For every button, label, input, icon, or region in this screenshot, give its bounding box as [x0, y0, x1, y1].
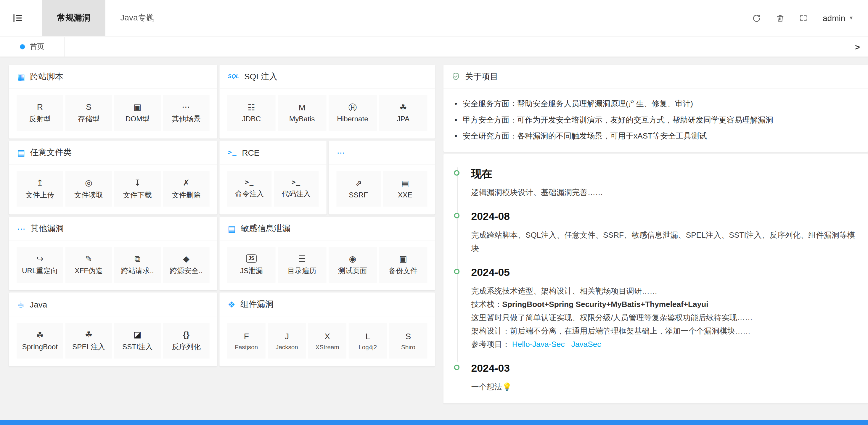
tile-label: 备份文件	[389, 266, 417, 276]
column-left: ▦ 跨站脚本 R 反射型 S 存储型 ▣ DOM型	[9, 65, 217, 368]
tile-directory-traversal[interactable]: ☰ 目录遍历	[278, 247, 326, 283]
refresh-button[interactable]	[752, 13, 761, 23]
tile-jdbc[interactable]: ☷ JDBC	[227, 95, 276, 131]
card-title: SQL注入	[244, 71, 277, 82]
timeline-dot-icon	[454, 269, 460, 274]
tile-label: 文件下载	[123, 190, 152, 200]
sidebar-toggle-button[interactable]	[0, 0, 34, 36]
tile-shiro[interactable]: S Shiro	[389, 323, 427, 359]
tile-file-delete[interactable]: ✗ 文件删除	[163, 171, 209, 207]
window-grid-icon: ▦	[17, 72, 25, 80]
tile-js-leak[interactable]: JS JS泄漏	[227, 247, 276, 283]
tile-xxe[interactable]: ▤ XXE	[383, 171, 427, 207]
tile-hibernate[interactable]: Ⓗ Hibernate	[328, 95, 377, 131]
pencil-icon: ✎	[85, 254, 92, 262]
about-bullet: 甲方安全方面：可作为开发安全培训演示，友好的交互方式，帮助研发同学更容易理解漏洞	[454, 112, 858, 128]
ssti-dark-icon: ◪	[133, 330, 142, 338]
card-sensitive-head: ▤ 敏感信息泄漏	[219, 217, 435, 240]
tile-label: Hibernate	[337, 115, 368, 123]
file-delete-icon: ✗	[183, 178, 190, 187]
terminal-icon: >_	[291, 179, 301, 186]
timeline-title: 2024-08	[471, 210, 857, 224]
tile-code-injection[interactable]: >_ 代码注入	[274, 171, 318, 207]
tile-backup-file[interactable]: ▣ 备份文件	[379, 247, 427, 283]
tab-home[interactable]: 首页	[0, 37, 65, 57]
card-other-head: ⋯ 其他漏洞	[9, 217, 217, 240]
card-about-head: 关于项目	[443, 65, 868, 89]
tile-label: 反序列化	[172, 341, 200, 352]
card-title: 关于项目	[465, 71, 498, 82]
chevron-right-icon: >	[855, 42, 860, 51]
terminal-icon: >_	[228, 149, 237, 156]
card-sql-body: ☷ JDBC M MyBatis Ⓗ Hibernate ☘ JPA	[219, 89, 435, 139]
navbar-actions: admin ▼	[752, 0, 868, 36]
card-title: RCE	[242, 148, 259, 157]
tile-file-read[interactable]: ◎ 文件读取	[65, 171, 112, 207]
card-other-vulns: ⋯ 其他漏洞 ↪ URL重定向 ✎ XFF伪造 ⧉ 跨站请求..	[9, 217, 217, 290]
tile-fastjson[interactable]: F Fastjson	[227, 323, 266, 359]
tile-reflected-xss[interactable]: R 反射型	[17, 95, 63, 131]
timeline-text: 参考项目： Hello-Java-Sec JavaSec	[471, 337, 857, 351]
letter-f-icon: F	[244, 332, 249, 340]
footer-bar	[0, 420, 868, 425]
tile-label: JPA	[397, 115, 409, 123]
tile-csrf[interactable]: ⧉ 跨站请求..	[114, 247, 161, 283]
tile-test-page[interactable]: ◉ 测试页面	[328, 247, 377, 283]
fullscreen-button[interactable]	[799, 14, 808, 22]
tile-deserialization[interactable]: {} 反序列化	[163, 323, 209, 359]
tile-file-upload[interactable]: ↥ 文件上传	[17, 171, 63, 207]
user-menu[interactable]: admin ▼	[823, 13, 854, 23]
tile-mybatis[interactable]: M MyBatis	[278, 95, 326, 131]
mybatis-bird-icon: M	[299, 103, 305, 111]
tile-label: JS泄漏	[240, 266, 263, 276]
timeline-title: 2024-05	[471, 266, 857, 280]
tile-url-redirect[interactable]: ↪ URL重定向	[17, 247, 63, 283]
tab-scroll-right-button[interactable]: >	[847, 37, 868, 57]
tile-cors[interactable]: ◆ 跨源安全..	[163, 247, 209, 283]
trash-button[interactable]	[776, 13, 784, 23]
js-badge-icon: JS	[246, 254, 257, 262]
tile-other-xss-scenes[interactable]: ⋯ 其他场景	[163, 95, 209, 131]
tile-stored-xss[interactable]: S 存储型	[65, 95, 112, 131]
top-navbar: 常规漏洞 Java专题 admin ▼	[0, 0, 868, 37]
card-rce: >_ RCE >_ 命令注入 >_ 代码注入	[219, 141, 326, 215]
tile-label: Log4j2	[359, 343, 377, 350]
tile-label: 命令注入	[235, 189, 264, 199]
link-hello-java-sec[interactable]: Hello-Java-Sec	[512, 340, 565, 349]
tile-log4j2[interactable]: L Log4j2	[349, 323, 387, 359]
reference-label: 参考项目：	[471, 340, 510, 349]
tile-command-injection[interactable]: >_ 命令注入	[227, 171, 272, 207]
link-javasec[interactable]: JavaSec	[571, 340, 601, 349]
column-right: 关于项目 安全服务方面：帮助安全服务人员理解漏洞原理(产生、修复、审计) 甲方安…	[443, 65, 868, 403]
tile-xff-forgery[interactable]: ✎ XFF伪造	[65, 247, 112, 283]
tile-spel-injection[interactable]: ☘ SPEL注入	[65, 323, 112, 359]
sql-text-icon: SQL	[228, 74, 239, 79]
dom-icon: ▣	[133, 102, 142, 110]
tech-stack-label: 技术栈：	[471, 300, 502, 309]
java-cup-icon: ☕	[17, 300, 25, 308]
card-row-rce-more: >_ RCE >_ 命令注入 >_ 代码注入	[219, 141, 435, 217]
tile-label: SpringBoot	[22, 342, 58, 351]
letter-l-icon: L	[365, 332, 370, 340]
tile-springboot[interactable]: ☘ SpringBoot	[17, 323, 63, 359]
app-window: 常规漏洞 Java专题 admin ▼ 首页 >	[0, 0, 868, 425]
tile-label: Jackson	[276, 343, 298, 350]
globe-icon: ◉	[349, 254, 356, 262]
tab-java-topics[interactable]: Java专题	[105, 0, 169, 36]
tile-jpa[interactable]: ☘ JPA	[379, 95, 427, 131]
letter-s-icon: S	[86, 102, 91, 110]
timeline-card: 现在 逻辑漏洞模块设计、基础漏洞完善…… 2024-08 完成跨站脚本、SQL注…	[443, 154, 868, 403]
card-files: ▤ 任意文件类 ↥ 文件上传 ◎ 文件读取 ↧ 文件下载	[9, 141, 217, 215]
letter-x-icon: X	[324, 332, 330, 340]
card-other-body: ↪ URL重定向 ✎ XFF伪造 ⧉ 跨站请求.. ◆ 跨源安全..	[9, 240, 217, 291]
tile-jackson[interactable]: J Jackson	[268, 323, 306, 359]
tile-file-download[interactable]: ↧ 文件下载	[114, 171, 161, 207]
xml-file-icon: ▤	[401, 179, 409, 187]
tab-regular-vulns[interactable]: 常规漏洞	[42, 0, 105, 36]
tile-ssti-injection[interactable]: ◪ SSTI注入	[114, 323, 161, 359]
tile-ssrf[interactable]: ⇗ SSRF	[336, 171, 381, 207]
card-about-body: 安全服务方面：帮助安全服务人员理解漏洞原理(产生、修复、审计) 甲方安全方面：可…	[443, 89, 868, 152]
tile-dom-xss[interactable]: ▣ DOM型	[114, 95, 161, 131]
tile-xstream[interactable]: X XStream	[308, 323, 346, 359]
sidebar-toggle-icon	[12, 13, 23, 23]
